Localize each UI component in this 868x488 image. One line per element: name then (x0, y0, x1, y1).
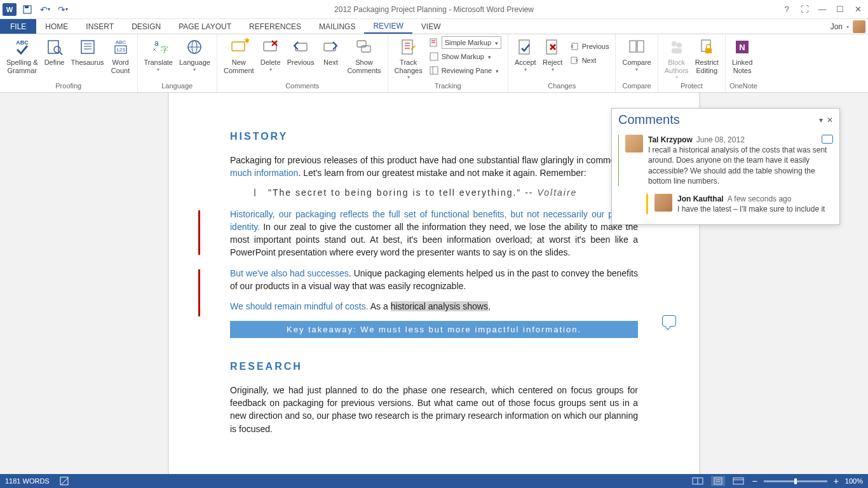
comment-stripe (618, 135, 619, 186)
onenote-icon: N (732, 37, 752, 57)
svg-rect-29 (430, 53, 438, 60)
web-layout-icon[interactable] (731, 476, 745, 486)
minimize-icon[interactable]: — (815, 3, 830, 16)
show-markup-icon (429, 51, 439, 62)
next-comment-button[interactable]: Next (318, 36, 343, 68)
compare-icon (627, 37, 647, 57)
comment-author: Tal Krzypow (648, 135, 693, 144)
next-change-button[interactable]: Next (567, 53, 612, 67)
close-pane-icon[interactable]: ✕ (827, 116, 833, 125)
ribbon-display-icon[interactable]: ⛶ (797, 3, 812, 16)
comment-date: June 08, 2012 (696, 135, 745, 144)
group-label: OneNote (729, 82, 757, 92)
restrict-editing-icon (696, 37, 717, 57)
group-label: Proofing (4, 82, 133, 92)
tab-review[interactable]: REVIEW (364, 19, 412, 34)
svg-text:✶: ✶ (243, 37, 249, 46)
define-icon (44, 37, 65, 57)
language-button[interactable]: Language▾ (177, 36, 213, 74)
new-comment-button[interactable]: ✶ New Comment (221, 36, 257, 76)
svg-text:123: 123 (116, 47, 125, 53)
proofing-status-icon[interactable] (60, 477, 70, 485)
comment-indicator-icon[interactable] (662, 315, 676, 327)
tab-file[interactable]: FILE (0, 19, 36, 34)
svg-rect-48 (714, 478, 722, 484)
tab-view[interactable]: VIEW (412, 19, 450, 34)
spelling-grammar-button[interactable]: ABC Spelling & Grammar (4, 36, 41, 76)
user-menu[interactable]: Jon ▾ (831, 19, 865, 34)
restrict-editing-button[interactable]: Restrict Editing (693, 36, 721, 76)
translate-button[interactable]: a字 Translate▾ (142, 36, 175, 74)
svg-rect-18 (232, 42, 245, 51)
new-comment-icon: ✶ (229, 37, 249, 57)
comment-text: I have the latest – I'll make sure to in… (677, 205, 825, 214)
print-layout-icon[interactable] (711, 476, 725, 486)
compare-button[interactable]: Compare▾ (620, 36, 653, 74)
maximize-icon[interactable]: ☐ (832, 3, 848, 16)
svg-point-39 (677, 43, 682, 48)
ribbon: ABC Spelling & Grammar Define Thesaurus … (0, 34, 868, 93)
translate-icon: a字 (148, 37, 168, 57)
thesaurus-button[interactable]: Thesaurus (69, 36, 107, 68)
help-icon[interactable]: ? (779, 3, 794, 16)
collapse-icon[interactable]: ▾ (819, 116, 823, 125)
previous-comment-button[interactable]: Previous (285, 36, 317, 68)
undo-icon[interactable]: ↶▾ (38, 3, 52, 17)
track-changes-button[interactable]: Track Changes▾ (392, 36, 425, 81)
accept-button[interactable]: Accept▾ (512, 36, 539, 74)
heading-history: HISTORY (230, 131, 638, 142)
comment-item[interactable]: Tal KrzypowJune 08, 2012 I recall a hist… (612, 132, 839, 191)
reject-button[interactable]: Reject▾ (540, 36, 566, 74)
reviewing-pane-button[interactable]: Reviewing Pane (426, 64, 504, 78)
close-icon[interactable]: ✕ (850, 3, 865, 16)
read-mode-icon[interactable] (691, 476, 705, 486)
word-count-status[interactable]: 1181 WORDS (5, 477, 50, 485)
save-icon[interactable] (20, 3, 34, 17)
block-authors-button[interactable]: Block Authors▾ (662, 36, 691, 81)
svg-text:字: 字 (161, 45, 168, 54)
markup-combo[interactable]: Simple Markup (426, 36, 504, 50)
show-markup-button[interactable]: Show Markup (426, 50, 504, 64)
delete-comment-button[interactable]: Delete▾ (258, 36, 283, 74)
comment-reply-item[interactable]: Jon KaufthalA few seconds ago I have the… (640, 191, 839, 224)
paragraph: Packaging for previous releases of this … (230, 154, 638, 180)
tab-page-layout[interactable]: PAGE LAYOUT (170, 19, 240, 34)
zoom-in-button[interactable]: + (834, 476, 839, 486)
svg-rect-45 (60, 477, 68, 485)
paragraph: Historically, our packaging reflects the… (230, 208, 638, 259)
group-label: Changes (512, 82, 611, 92)
tab-references[interactable]: REFERENCES (240, 19, 310, 34)
group-tracking: Track Changes▾ Simple Markup Show Markup… (388, 34, 508, 92)
title-bar: W ↶▾ ↷▾ 2012 Packaging Project Planning … (0, 0, 868, 19)
window-title: 2012 Packaging Project Planning - Micros… (334, 5, 534, 14)
define-button[interactable]: Define (42, 36, 67, 68)
redo-icon[interactable]: ↷▾ (56, 3, 70, 17)
svg-rect-36 (630, 41, 636, 52)
reply-icon[interactable] (822, 135, 833, 144)
document-area[interactable]: HISTORY Packaging for previous releases … (0, 93, 868, 474)
word-count-button[interactable]: ABC123 Word Count (108, 36, 133, 76)
zoom-out-button[interactable]: − (752, 476, 757, 486)
svg-rect-30 (430, 67, 438, 74)
zoom-slider[interactable] (764, 480, 827, 482)
tab-home[interactable]: HOME (36, 19, 77, 34)
word-count-icon: ABC123 (111, 37, 131, 57)
tab-mailings[interactable]: MAILINGS (310, 19, 364, 34)
comments-title: Comments (618, 112, 680, 127)
svg-line-5 (60, 52, 62, 55)
revision-bar[interactable] (198, 210, 200, 255)
tab-insert[interactable]: INSERT (77, 19, 123, 34)
delete-comment-icon (261, 37, 281, 57)
previous-change-button[interactable]: Previous (567, 39, 612, 53)
revision-bar[interactable] (198, 269, 200, 316)
status-bar: 1181 WORDS − + 100% (0, 474, 868, 488)
zoom-level[interactable]: 100% (845, 477, 863, 485)
group-protect: Block Authors▾ Restrict Editing Protect (658, 34, 726, 92)
tab-design[interactable]: DESIGN (123, 19, 170, 34)
show-comments-button[interactable]: Show Comments (344, 36, 383, 76)
svg-point-38 (672, 41, 677, 46)
comment-date: A few seconds ago (728, 194, 792, 203)
paragraph: But we've also had successes. Unique pac… (230, 267, 638, 293)
svg-rect-21 (295, 43, 307, 51)
linked-notes-button[interactable]: N Linked Notes (729, 36, 755, 76)
